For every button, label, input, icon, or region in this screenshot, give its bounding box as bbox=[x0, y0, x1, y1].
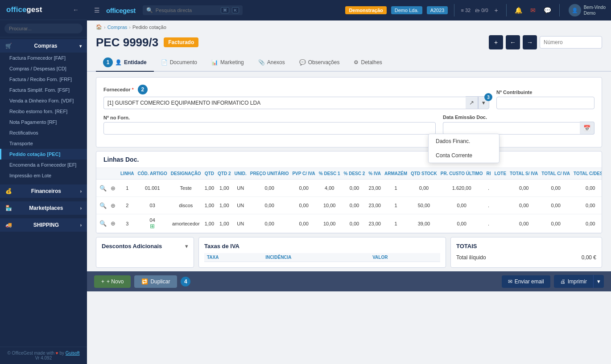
table-header-row: LINHA CÓD. ARTIGO DESIGNAÇÃO QTD QTD 2 U… bbox=[96, 168, 602, 180]
sidebar: officegest ← 🛒 Compras ▾ Factura Fornece… bbox=[0, 0, 87, 364]
topbar-plus-button[interactable]: + bbox=[493, 6, 500, 15]
topbar-mail-button[interactable]: ✉ bbox=[528, 6, 537, 15]
imprimir-button[interactable]: 🖨 Imprimir bbox=[554, 275, 593, 288]
row3-copy-button[interactable]: ⊕ bbox=[109, 220, 117, 227]
lines-table-scroll[interactable]: LINHA CÓD. ARTIGO DESIGNAÇÃO QTD QTD 2 U… bbox=[96, 168, 602, 233]
nforn-input[interactable] bbox=[103, 122, 436, 135]
sidebar-item-factura-fornecedor[interactable]: Factura Fornecedor [FAF] bbox=[0, 53, 87, 63]
row1-action-group: 🔍 ⊕ bbox=[98, 184, 117, 192]
sidebar-item-encomenda-fornecedor[interactable]: Encomenda a Fornecedor [EF] bbox=[0, 160, 87, 170]
duplicar-button[interactable]: 🔁 Duplicar bbox=[134, 275, 177, 288]
breadcrumb-home[interactable]: 🏠 bbox=[96, 24, 102, 30]
imprimir-button-group: 🖨 Imprimir ▾ bbox=[554, 275, 604, 288]
sidebar-compras-label: Compras bbox=[34, 43, 57, 49]
topbar-search-input[interactable] bbox=[156, 8, 218, 13]
numero-input[interactable] bbox=[540, 36, 602, 49]
sidebar-item-factura-recibo[interactable]: Factura / Recibo Forn. [FRF] bbox=[0, 74, 87, 85]
row3-search-button[interactable]: 🔍 bbox=[98, 220, 108, 227]
sidebar-shipping-header[interactable]: 🚚 SHIPPING › bbox=[0, 218, 87, 232]
bell-icon: 🔔 bbox=[515, 7, 522, 14]
sidebar-compras-icon: 🛒 bbox=[5, 43, 12, 49]
add-document-button[interactable]: + bbox=[489, 35, 503, 49]
sidebar-item-nota-pagamento[interactable]: Nota Pagamento [RF] bbox=[0, 117, 87, 127]
dropdown-dados-financ[interactable]: Dados Financ. bbox=[429, 134, 499, 148]
breadcrumb-compras[interactable]: Compras bbox=[107, 25, 128, 30]
sidebar-footer: © OfficeGest made with ♥ by Guisoft Vr 4… bbox=[0, 347, 87, 364]
sidebar-item-factura-simplif[interactable]: Factura Simplif. Forn. [FSF] bbox=[0, 85, 87, 95]
tab-detalhes-icon: ⚙ bbox=[354, 59, 359, 65]
sidebar-compras-header[interactable]: 🛒 Compras ▾ bbox=[0, 39, 87, 53]
prev-document-button[interactable]: ← bbox=[506, 35, 520, 49]
sidebar-search-input[interactable] bbox=[4, 24, 83, 33]
data-emissao-calendar-button[interactable]: 📅 bbox=[580, 122, 594, 135]
row2-copy-button[interactable]: ⊕ bbox=[109, 202, 117, 209]
user-sub: Demo bbox=[584, 10, 606, 16]
descontos-chevron-icon[interactable]: ▾ bbox=[185, 243, 188, 249]
row3-total-s-iva: 0,00 bbox=[508, 214, 540, 233]
sidebar-financeiros-header[interactable]: 💰 Financeiros › bbox=[0, 184, 87, 198]
sidebar-footer-text: © OfficeGest made with ♥ by Guisoft bbox=[5, 351, 82, 356]
sidebar-item-transporte[interactable]: Transporte bbox=[0, 138, 87, 149]
sidebar-financeiros-label: Financeiros bbox=[31, 188, 61, 194]
row2-pvp: 0,00 bbox=[290, 197, 317, 214]
page-title-group: PEC 9999/3 Facturado bbox=[96, 36, 198, 49]
next-document-button[interactable]: → bbox=[523, 35, 537, 49]
descontos-title: Descontos Adicionais bbox=[102, 243, 162, 249]
row1-desc2: 0,00 bbox=[342, 180, 367, 197]
firm-badge[interactable]: Demo Lda. bbox=[391, 6, 422, 14]
sidebar-logo-text: officegest bbox=[6, 5, 42, 14]
col-desc2: % DESC 2 bbox=[342, 168, 367, 180]
dropdown-conta-corrente[interactable]: Conta Corrente bbox=[429, 148, 499, 163]
tab-detalhes[interactable]: ⚙ Detalhes bbox=[347, 54, 389, 72]
row1-iva: 23,00 bbox=[367, 180, 383, 197]
sidebar-item-impressao-lote[interactable]: Impressão em Lote bbox=[0, 170, 87, 181]
sidebar-item-rectificativos[interactable]: Rectificativos bbox=[0, 127, 87, 138]
row2-search-button[interactable]: 🔍 bbox=[98, 202, 108, 209]
tab-marketing[interactable]: 📊 Marketing bbox=[204, 54, 251, 72]
topbar-bell-button[interactable]: 🔔 bbox=[513, 6, 524, 15]
tab-documento[interactable]: 📄 Documento bbox=[154, 54, 204, 72]
tab-anexos-icon: 📎 bbox=[258, 59, 265, 65]
row3-action-group: 🔍 ⊕ bbox=[98, 220, 117, 227]
col-armazem: ARMAZÉM bbox=[383, 168, 409, 180]
row3-designacao: amortecedor bbox=[169, 214, 203, 233]
row3-qtd2: 1,00 bbox=[216, 214, 232, 233]
topbar-menu-button[interactable]: ☰ bbox=[92, 6, 102, 15]
sidebar-back-button[interactable]: ← bbox=[71, 5, 81, 14]
sidebar-logo[interactable]: officegest ← bbox=[0, 0, 87, 20]
col-qtd2: QTD 2 bbox=[216, 168, 232, 180]
enviar-email-button[interactable]: ✉ Enviar email bbox=[502, 275, 550, 288]
row1-search-button[interactable]: 🔍 bbox=[98, 184, 108, 192]
financeiros-icon: 💰 bbox=[5, 188, 12, 194]
tab-anexos[interactable]: 📎 Anexos bbox=[251, 54, 292, 72]
sidebar-item-compras-despesas[interactable]: Compras / Despesas [CD] bbox=[0, 63, 87, 74]
tab-entidade[interactable]: 1 👤 Entidade bbox=[96, 54, 154, 72]
row1-copy-button[interactable]: ⊕ bbox=[109, 184, 117, 192]
fornecedor-select[interactable]: [1] GUISOFT COMERCIO EQUIPAMENTO INFORMA… bbox=[103, 97, 466, 109]
col-total-c-iva: TOTAL C/ IVA bbox=[540, 168, 572, 180]
fornecedor-dropdown-button[interactable]: ▾ 3 bbox=[478, 96, 489, 109]
sidebar-item-recibo-estorno[interactable]: Recibo estorno forn. [REF] bbox=[0, 106, 87, 117]
sidebar-item-venda-dinheiro[interactable]: Venda a Dinheiro Forn. [VDF] bbox=[0, 95, 87, 106]
tab-observacoes[interactable]: 💬 Observações bbox=[292, 54, 347, 72]
sidebar-marketplaces-header[interactable]: 🏪 Marketplaces › bbox=[0, 201, 87, 215]
totais-iliquido-value: 0,00 € bbox=[582, 254, 596, 261]
data-emissao-input[interactable]: 10/02/2022 bbox=[443, 122, 580, 135]
nforn-group: Nº no Forn. bbox=[103, 115, 436, 135]
topbar-user[interactable]: 👤 Bem-Vindo Demo bbox=[569, 4, 606, 16]
duplicar-label: Duplicar bbox=[150, 278, 170, 285]
col-linha: LINHA bbox=[119, 168, 136, 180]
novo-button[interactable]: + + Novo bbox=[94, 275, 131, 288]
imprimir-caret-button[interactable]: ▾ bbox=[593, 275, 604, 288]
row2-iva: 23,00 bbox=[367, 197, 383, 214]
row3-armazem: 1 bbox=[383, 214, 409, 233]
nforn-row: Nº no Forn. Data Emissão Doc. 10/02/2022… bbox=[103, 115, 594, 135]
sidebar-marketplaces-section: 🏪 Marketplaces › bbox=[0, 200, 87, 217]
topbar-chat-button[interactable]: 💬 bbox=[542, 6, 553, 15]
year-badge[interactable]: A2023 bbox=[427, 6, 448, 14]
ncontribuinte-input[interactable]: 505856999 bbox=[496, 97, 594, 109]
fornecedor-external-link-button[interactable]: ↗ bbox=[466, 96, 478, 109]
totais-panel: TOTAIS Total ilíquido 0,00 € bbox=[450, 237, 602, 268]
sidebar-item-pedido-cotacao[interactable]: Pedido cotação [PEC] bbox=[0, 149, 87, 160]
fornecedor-required: * bbox=[132, 87, 134, 92]
